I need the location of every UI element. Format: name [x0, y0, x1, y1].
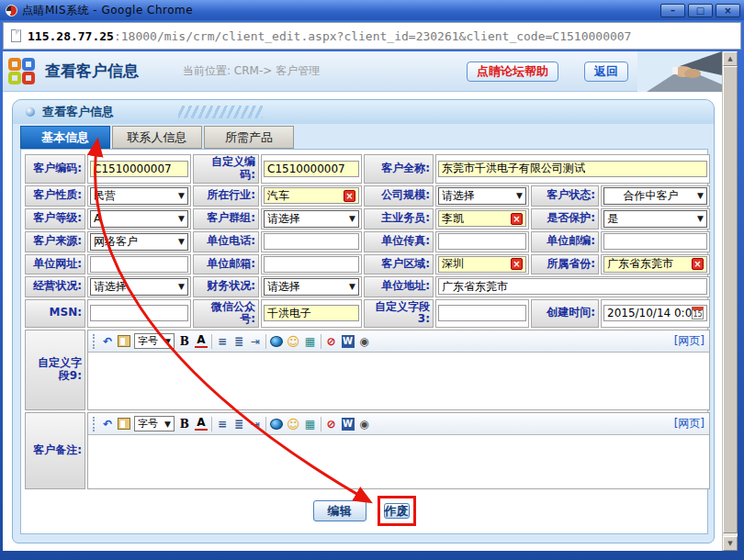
no-entry-icon[interactable]: ⊘	[325, 334, 338, 349]
field-label: 单位邮箱:	[193, 254, 259, 274]
client-group-select[interactable]: 请选择▼	[264, 210, 359, 228]
undo-icon[interactable]: ↶	[101, 417, 114, 431]
titlebar: 点睛MIS系统 - Google Chrome – □ ×	[0, 0, 744, 20]
paste-icon[interactable]	[118, 418, 130, 430]
client-region-input[interactable]: 深圳×	[438, 256, 526, 273]
client-status-select[interactable]: 合作中客户▼	[603, 187, 707, 205]
link-globe-icon[interactable]	[270, 336, 283, 347]
maximize-button[interactable]: □	[688, 4, 713, 17]
field-label: 公司规模:	[364, 185, 434, 207]
font-size-label: 字号	[138, 334, 158, 348]
clear-icon[interactable]: ×	[344, 190, 355, 202]
custom-field3-input[interactable]	[438, 305, 526, 321]
custom-field9-editor-body[interactable]	[88, 353, 709, 409]
preview-eye-icon[interactable]: ◉	[358, 417, 371, 431]
custom-code-input[interactable]: C1510000007	[264, 161, 359, 177]
wechat-official-input[interactable]: 千洪电子	[264, 305, 359, 321]
numbered-list-icon[interactable]: ≣	[232, 334, 245, 349]
indent-icon[interactable]: ⇥	[249, 417, 262, 431]
is-protected-select[interactable]: 是▼	[603, 210, 707, 228]
toolbar-separator	[265, 417, 266, 431]
scroll-down-icon[interactable]: ▼	[723, 536, 738, 551]
industry-input[interactable]: 汽车×	[264, 187, 359, 204]
scrollbar-thumb[interactable]	[723, 66, 738, 533]
field-label: 自定义字段3:	[364, 299, 434, 329]
align-icon[interactable]: ≡	[216, 334, 229, 349]
create-time-input[interactable]: 2015/10/14 0:00:015	[603, 305, 707, 321]
client-nature-select[interactable]: 民营▼	[90, 187, 188, 205]
clear-icon[interactable]: ×	[692, 258, 704, 270]
company-scale-select[interactable]: 请选择▼	[438, 187, 526, 205]
webpage-link[interactable]: [网页]	[674, 416, 705, 431]
emoticon-icon[interactable]: ☺	[287, 334, 300, 349]
bold-icon[interactable]: B	[178, 334, 191, 349]
insert-table-icon[interactable]: ▦	[304, 334, 317, 349]
link-globe-icon[interactable]	[270, 419, 283, 430]
financial-status-select[interactable]: 请选择▼	[264, 278, 359, 296]
operating-status-select[interactable]: 请选择▼	[90, 278, 188, 296]
client-source-select[interactable]: 网络客户▼	[90, 233, 188, 251]
scroll-up-icon[interactable]: ▲	[723, 51, 738, 66]
main-salesman-input[interactable]: 李凯×	[438, 210, 526, 227]
panel-title: 查看客户信息	[42, 104, 114, 120]
company-address-input[interactable]: 广东省东莞市	[438, 278, 707, 295]
page-header: 查看客户信息 当前位置: CRM-> 客户管理 点睛论坛帮助 返回	[3, 51, 722, 92]
company-fax-input[interactable]	[438, 233, 526, 250]
font-size-select[interactable]: 字号▼	[134, 416, 175, 431]
back-button[interactable]: 返回	[584, 62, 628, 82]
font-size-label: 字号	[138, 417, 158, 431]
paste-icon[interactable]	[118, 335, 130, 347]
window-title: 点睛MIS系统 - Google Chrome	[22, 3, 193, 18]
company-website-input[interactable]	[90, 256, 188, 273]
webpage-link[interactable]: [网页]	[674, 333, 705, 349]
void-button[interactable]: 作废	[384, 503, 410, 519]
minimize-button[interactable]: –	[660, 4, 685, 17]
page-content: 查看客户信息 当前位置: CRM-> 客户管理 点睛论坛帮助 返回	[3, 51, 722, 551]
toolbar-separator	[321, 417, 321, 431]
font-color-icon[interactable]: A	[195, 417, 208, 431]
province-input[interactable]: 广东省东莞市×	[603, 256, 707, 273]
client-remark-editor-body[interactable]	[88, 435, 709, 488]
indent-icon[interactable]: ⇥	[249, 334, 262, 349]
close-button[interactable]: ×	[716, 4, 740, 17]
edit-button[interactable]: 编辑	[313, 500, 366, 521]
editor-toolbar: ↶ 字号▼ B A ≡ ≣ ⇥	[88, 330, 709, 353]
toolbar-grip-icon	[93, 334, 96, 349]
font-color-icon[interactable]: A	[195, 334, 208, 348]
chevron-down-icon: ▼	[349, 282, 355, 291]
numbered-list-icon[interactable]: ≣	[232, 417, 245, 431]
forum-help-button[interactable]: 点睛论坛帮助	[467, 62, 558, 82]
chevron-down-icon: ▼	[178, 237, 185, 246]
clear-icon[interactable]: ×	[511, 258, 523, 270]
emoticon-icon[interactable]: ☺	[287, 417, 300, 431]
tab-contact-info[interactable]: 联系人信息	[112, 126, 202, 149]
preview-eye-icon[interactable]: ◉	[358, 334, 371, 349]
msn-input[interactable]	[90, 305, 188, 321]
address-bar[interactable]: 115.28.77.25:18000/mis/crm/client_edit.a…	[3, 22, 741, 50]
no-entry-icon[interactable]: ⊘	[325, 417, 338, 431]
tab-required-products[interactable]: 所需产品	[204, 126, 294, 149]
bold-icon[interactable]: B	[178, 417, 191, 431]
field-label: 自定义编码:	[193, 154, 259, 184]
field-label: 单位网址:	[25, 254, 85, 274]
page-doc-icon	[11, 29, 21, 42]
font-size-select[interactable]: 字号▼	[134, 333, 175, 349]
align-icon[interactable]: ≡	[216, 417, 229, 431]
clear-icon[interactable]: ×	[511, 213, 523, 225]
vertical-scrollbar[interactable]: ▲ ▼	[722, 51, 738, 551]
field-label: 所在行业:	[193, 185, 259, 207]
company-email-input[interactable]	[264, 256, 359, 273]
client-code-input[interactable]: C1510000007	[90, 161, 188, 177]
field-label: 客户等级:	[25, 208, 85, 230]
undo-icon[interactable]: ↶	[101, 334, 114, 349]
calendar-icon[interactable]: 15	[692, 307, 704, 319]
insert-table-icon[interactable]: ▦	[304, 417, 317, 431]
company-phone-input[interactable]	[264, 233, 359, 250]
tab-basic-info[interactable]: 基本信息	[20, 126, 110, 149]
client-fullname-input[interactable]: 东莞市千洪电子有限公司测试	[438, 161, 707, 177]
client-level-select[interactable]: A▼	[90, 210, 188, 228]
chevron-down-icon: ▼	[178, 214, 185, 223]
word-import-icon[interactable]: W	[342, 335, 355, 348]
company-zip-input[interactable]	[603, 233, 707, 250]
word-import-icon[interactable]: W	[342, 418, 355, 431]
